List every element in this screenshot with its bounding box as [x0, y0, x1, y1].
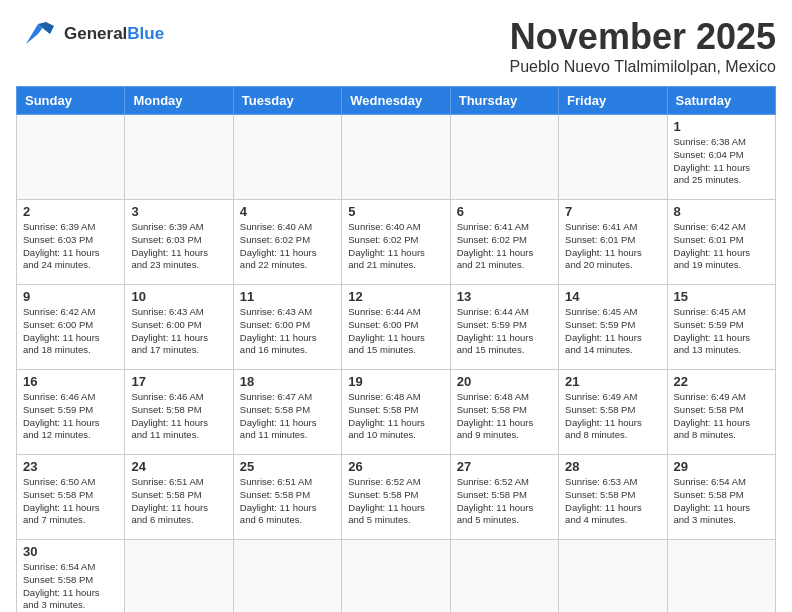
day-number: 24 [131, 459, 226, 474]
day-number: 27 [457, 459, 552, 474]
day-number: 17 [131, 374, 226, 389]
day-number: 11 [240, 289, 335, 304]
calendar-table: SundayMondayTuesdayWednesdayThursdayFrid… [16, 86, 776, 612]
day-info: Sunrise: 6:41 AM Sunset: 6:01 PM Dayligh… [565, 221, 660, 272]
calendar-cell: 19Sunrise: 6:48 AM Sunset: 5:58 PM Dayli… [342, 370, 450, 455]
day-info: Sunrise: 6:52 AM Sunset: 5:58 PM Dayligh… [457, 476, 552, 527]
logo-icon [16, 16, 60, 52]
day-number: 14 [565, 289, 660, 304]
day-info: Sunrise: 6:46 AM Sunset: 5:58 PM Dayligh… [131, 391, 226, 442]
day-info: Sunrise: 6:47 AM Sunset: 5:58 PM Dayligh… [240, 391, 335, 442]
day-info: Sunrise: 6:54 AM Sunset: 5:58 PM Dayligh… [23, 561, 118, 612]
day-number: 26 [348, 459, 443, 474]
day-number: 23 [23, 459, 118, 474]
calendar-cell [233, 115, 341, 200]
day-number: 16 [23, 374, 118, 389]
calendar-cell: 1Sunrise: 6:38 AM Sunset: 6:04 PM Daylig… [667, 115, 775, 200]
calendar-cell [559, 540, 667, 613]
day-info: Sunrise: 6:51 AM Sunset: 5:58 PM Dayligh… [131, 476, 226, 527]
day-number: 4 [240, 204, 335, 219]
day-number: 20 [457, 374, 552, 389]
calendar-cell: 12Sunrise: 6:44 AM Sunset: 6:00 PM Dayli… [342, 285, 450, 370]
calendar-week-row: 23Sunrise: 6:50 AM Sunset: 5:58 PM Dayli… [17, 455, 776, 540]
day-number: 21 [565, 374, 660, 389]
calendar-cell: 28Sunrise: 6:53 AM Sunset: 5:58 PM Dayli… [559, 455, 667, 540]
calendar-cell: 29Sunrise: 6:54 AM Sunset: 5:58 PM Dayli… [667, 455, 775, 540]
calendar-cell: 22Sunrise: 6:49 AM Sunset: 5:58 PM Dayli… [667, 370, 775, 455]
day-number: 6 [457, 204, 552, 219]
day-number: 9 [23, 289, 118, 304]
day-number: 25 [240, 459, 335, 474]
day-header-row: SundayMondayTuesdayWednesdayThursdayFrid… [17, 87, 776, 115]
day-of-week-header: Tuesday [233, 87, 341, 115]
calendar-cell: 25Sunrise: 6:51 AM Sunset: 5:58 PM Dayli… [233, 455, 341, 540]
calendar-week-row: 16Sunrise: 6:46 AM Sunset: 5:59 PM Dayli… [17, 370, 776, 455]
day-number: 10 [131, 289, 226, 304]
calendar-cell: 8Sunrise: 6:42 AM Sunset: 6:01 PM Daylig… [667, 200, 775, 285]
calendar-cell [450, 115, 558, 200]
calendar-cell: 3Sunrise: 6:39 AM Sunset: 6:03 PM Daylig… [125, 200, 233, 285]
day-info: Sunrise: 6:49 AM Sunset: 5:58 PM Dayligh… [565, 391, 660, 442]
calendar-cell: 27Sunrise: 6:52 AM Sunset: 5:58 PM Dayli… [450, 455, 558, 540]
day-info: Sunrise: 6:41 AM Sunset: 6:02 PM Dayligh… [457, 221, 552, 272]
calendar-cell [667, 540, 775, 613]
calendar-body: 1Sunrise: 6:38 AM Sunset: 6:04 PM Daylig… [17, 115, 776, 613]
day-of-week-header: Sunday [17, 87, 125, 115]
calendar-cell: 13Sunrise: 6:44 AM Sunset: 5:59 PM Dayli… [450, 285, 558, 370]
calendar-cell [17, 115, 125, 200]
day-of-week-header: Wednesday [342, 87, 450, 115]
location-subtitle: Pueblo Nuevo Tlalmimilolpan, Mexico [510, 58, 777, 76]
calendar-cell [125, 115, 233, 200]
day-info: Sunrise: 6:46 AM Sunset: 5:59 PM Dayligh… [23, 391, 118, 442]
calendar-cell: 6Sunrise: 6:41 AM Sunset: 6:02 PM Daylig… [450, 200, 558, 285]
logo-text: GeneralBlue [64, 25, 164, 44]
title-section: November 2025 Pueblo Nuevo Tlalmimilolpa… [510, 16, 777, 76]
calendar-cell: 7Sunrise: 6:41 AM Sunset: 6:01 PM Daylig… [559, 200, 667, 285]
day-number: 22 [674, 374, 769, 389]
calendar-cell: 20Sunrise: 6:48 AM Sunset: 5:58 PM Dayli… [450, 370, 558, 455]
day-info: Sunrise: 6:40 AM Sunset: 6:02 PM Dayligh… [240, 221, 335, 272]
calendar-cell: 16Sunrise: 6:46 AM Sunset: 5:59 PM Dayli… [17, 370, 125, 455]
calendar-cell: 18Sunrise: 6:47 AM Sunset: 5:58 PM Dayli… [233, 370, 341, 455]
day-number: 3 [131, 204, 226, 219]
calendar-cell: 17Sunrise: 6:46 AM Sunset: 5:58 PM Dayli… [125, 370, 233, 455]
page-header: GeneralBlue November 2025 Pueblo Nuevo T… [16, 16, 776, 76]
day-number: 19 [348, 374, 443, 389]
calendar-cell: 26Sunrise: 6:52 AM Sunset: 5:58 PM Dayli… [342, 455, 450, 540]
day-info: Sunrise: 6:45 AM Sunset: 5:59 PM Dayligh… [565, 306, 660, 357]
calendar-cell: 4Sunrise: 6:40 AM Sunset: 6:02 PM Daylig… [233, 200, 341, 285]
day-info: Sunrise: 6:53 AM Sunset: 5:58 PM Dayligh… [565, 476, 660, 527]
day-info: Sunrise: 6:48 AM Sunset: 5:58 PM Dayligh… [348, 391, 443, 442]
day-info: Sunrise: 6:40 AM Sunset: 6:02 PM Dayligh… [348, 221, 443, 272]
calendar-cell [450, 540, 558, 613]
day-info: Sunrise: 6:42 AM Sunset: 6:00 PM Dayligh… [23, 306, 118, 357]
calendar-cell: 9Sunrise: 6:42 AM Sunset: 6:00 PM Daylig… [17, 285, 125, 370]
day-number: 12 [348, 289, 443, 304]
day-of-week-header: Friday [559, 87, 667, 115]
logo: GeneralBlue [16, 16, 164, 52]
day-info: Sunrise: 6:43 AM Sunset: 6:00 PM Dayligh… [131, 306, 226, 357]
day-info: Sunrise: 6:39 AM Sunset: 6:03 PM Dayligh… [23, 221, 118, 272]
day-number: 1 [674, 119, 769, 134]
day-of-week-header: Monday [125, 87, 233, 115]
calendar-cell: 10Sunrise: 6:43 AM Sunset: 6:00 PM Dayli… [125, 285, 233, 370]
day-info: Sunrise: 6:44 AM Sunset: 5:59 PM Dayligh… [457, 306, 552, 357]
calendar-cell: 5Sunrise: 6:40 AM Sunset: 6:02 PM Daylig… [342, 200, 450, 285]
calendar-week-row: 2Sunrise: 6:39 AM Sunset: 6:03 PM Daylig… [17, 200, 776, 285]
calendar-cell: 23Sunrise: 6:50 AM Sunset: 5:58 PM Dayli… [17, 455, 125, 540]
calendar-cell: 30Sunrise: 6:54 AM Sunset: 5:58 PM Dayli… [17, 540, 125, 613]
calendar-header: SundayMondayTuesdayWednesdayThursdayFrid… [17, 87, 776, 115]
calendar-cell: 24Sunrise: 6:51 AM Sunset: 5:58 PM Dayli… [125, 455, 233, 540]
day-number: 5 [348, 204, 443, 219]
day-info: Sunrise: 6:43 AM Sunset: 6:00 PM Dayligh… [240, 306, 335, 357]
calendar-cell [233, 540, 341, 613]
calendar-week-row: 9Sunrise: 6:42 AM Sunset: 6:00 PM Daylig… [17, 285, 776, 370]
calendar-cell: 11Sunrise: 6:43 AM Sunset: 6:00 PM Dayli… [233, 285, 341, 370]
day-info: Sunrise: 6:39 AM Sunset: 6:03 PM Dayligh… [131, 221, 226, 272]
day-info: Sunrise: 6:44 AM Sunset: 6:00 PM Dayligh… [348, 306, 443, 357]
day-number: 7 [565, 204, 660, 219]
calendar-cell [342, 540, 450, 613]
day-info: Sunrise: 6:54 AM Sunset: 5:58 PM Dayligh… [674, 476, 769, 527]
calendar-cell: 15Sunrise: 6:45 AM Sunset: 5:59 PM Dayli… [667, 285, 775, 370]
day-info: Sunrise: 6:42 AM Sunset: 6:01 PM Dayligh… [674, 221, 769, 272]
